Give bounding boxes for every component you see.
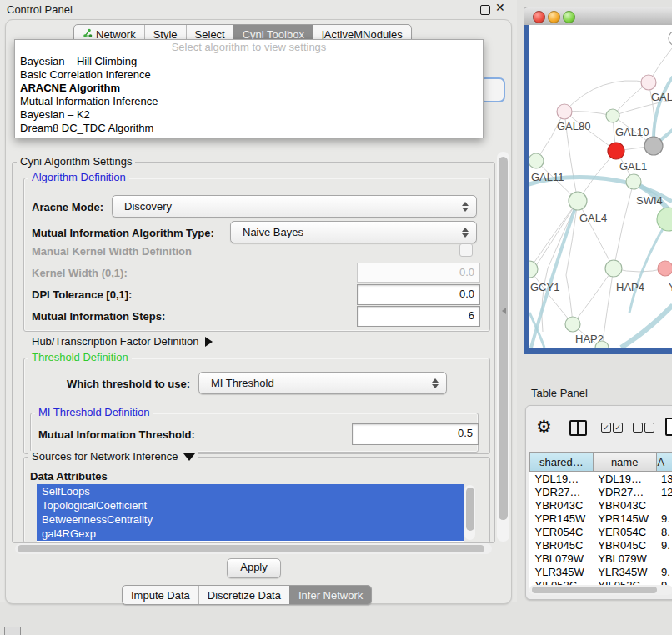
- network-edge[interactable]: [573, 268, 614, 324]
- dpi-tolerance-label: DPI Tolerance [0,1]:: [32, 288, 132, 301]
- mi-type-select[interactable]: Naive Bayes: [230, 221, 477, 243]
- table-row[interactable]: YBR045CYBR045C9.: [530, 538, 672, 552]
- network-canvas[interactable]: GALGAL80GAL10GAL1GAL11SWI4GAL4GCY1HAP4YH…: [529, 25, 672, 348]
- table-cell: YER054C: [530, 525, 594, 538]
- table-row[interactable]: YDR27…YDR27…12: [530, 485, 672, 498]
- unchecked-checkbox-icon[interactable]: [644, 422, 654, 432]
- network-node-gal11[interactable]: [529, 153, 544, 168]
- data-attribute-item[interactable]: SelfLoops: [37, 484, 464, 498]
- data-attribute-item[interactable]: BetweennessCentrality: [37, 512, 464, 527]
- table-row[interactable]: YER054CYER054C8.: [530, 525, 672, 538]
- algorithm-option[interactable]: Mutual Information Inference: [15, 95, 483, 108]
- document-icon[interactable]: [665, 418, 672, 436]
- table-cell: YER054C: [593, 525, 656, 538]
- mi-steps-field[interactable]: 6: [357, 306, 480, 327]
- network-edge[interactable]: [654, 77, 672, 146]
- network-node-gcy1[interactable]: [529, 261, 538, 278]
- table-row[interactable]: YBR043CYBR043C: [530, 498, 672, 512]
- algorithm-option[interactable]: Bayesian – Hill Climbing: [15, 55, 483, 68]
- table-cell: 9.: [656, 538, 672, 552]
- table-row[interactable]: YDL19…YDL19…13: [530, 472, 672, 486]
- checked-checkbox-icon[interactable]: ✓: [601, 422, 611, 432]
- window-frame: [524, 25, 529, 354]
- network-node-label: GAL4: [579, 212, 607, 224]
- settings-vscrollbar[interactable]: [497, 152, 509, 542]
- table-cell: 13: [656, 472, 672, 486]
- kernel-width-field[interactable]: 0.0: [357, 262, 480, 282]
- close-traffic-icon[interactable]: [533, 11, 545, 23]
- network-node-gal80[interactable]: [557, 104, 572, 119]
- aracne-mode-label: Aracne Mode:: [32, 201, 103, 213]
- table-row[interactable]: YPR145WYPR145W9.: [530, 512, 672, 525]
- stepper-icon: [459, 228, 471, 238]
- tab-discretize-data[interactable]: Discretize Data: [198, 586, 289, 604]
- table-column-header[interactable]: name: [593, 452, 656, 472]
- unchecked-checkbox-icon[interactable]: [633, 422, 643, 432]
- apply-button[interactable]: Apply: [227, 558, 281, 578]
- algorithm-option[interactable]: Bayesian – K2: [15, 108, 483, 122]
- attributes-scrollbar[interactable]: [464, 485, 475, 540]
- collapsed-panel-icon[interactable]: [4, 627, 21, 635]
- column-layout-icon[interactable]: [569, 420, 587, 436]
- table-cell: YDL19…: [530, 472, 594, 486]
- minimize-traffic-icon[interactable]: [548, 11, 560, 23]
- network-node-gal1[interactable]: [608, 142, 624, 159]
- network-edge[interactable]: [602, 268, 614, 348]
- dpi-tolerance-field[interactable]: 0.0: [357, 284, 480, 305]
- network-edge[interactable]: [566, 201, 578, 275]
- settings-hscrollbar[interactable]: [15, 543, 492, 554]
- network-node[interactable]: [657, 208, 672, 231]
- hub-definition-toggle[interactable]: Hub/Transcription Factor Definition: [32, 335, 213, 348]
- network-node-hap2[interactable]: [565, 317, 580, 332]
- network-edge[interactable]: [536, 112, 564, 161]
- data-attribute-item[interactable]: TopologicalCoefficient: [37, 498, 464, 512]
- network-edge[interactable]: [533, 201, 578, 271]
- algorithm-popup-prompt: Select algorithm to view settings: [15, 40, 483, 55]
- table-cell: YDL19…: [593, 472, 656, 486]
- table-column-header[interactable]: shared…: [530, 452, 594, 472]
- which-threshold-select[interactable]: MI Threshold: [198, 372, 447, 394]
- checked-checkbox-icon[interactable]: ✓: [613, 422, 623, 432]
- algorithm-option[interactable]: Dream8 DC_TDC Algorithm: [15, 122, 483, 135]
- network-node-label: Y: [669, 281, 672, 293]
- manual-kernel-checkbox[interactable]: [459, 243, 473, 257]
- network-node-gal10[interactable]: [606, 109, 619, 122]
- tab-impute-data[interactable]: Impute Data: [123, 586, 198, 604]
- data-attribute-item[interactable]: gal4RGexp: [37, 527, 464, 541]
- table-row[interactable]: YLR345WYLR345W9.: [530, 565, 672, 578]
- network-node-label: GAL80: [557, 120, 590, 132]
- network-node-label: GAL10: [615, 126, 649, 138]
- zoom-traffic-icon[interactable]: [563, 11, 575, 23]
- table-cell: YBR045C: [530, 538, 594, 552]
- threshold-definition-title: Threshold Definition: [28, 352, 132, 362]
- network-edge[interactable]: [614, 182, 634, 268]
- sources-toggle[interactable]: Sources for Network Inference: [28, 451, 198, 462]
- network-node-gal4[interactable]: [569, 192, 587, 210]
- network-edge[interactable]: [529, 201, 578, 269]
- mi-threshold-field[interactable]: 0.5: [352, 423, 479, 445]
- network-node-swi4[interactable]: [626, 174, 641, 189]
- network-window-titlebar[interactable]: [524, 7, 672, 27]
- splitter-collapse-icon[interactable]: [502, 308, 506, 314]
- close-icon[interactable]: ✕: [495, 1, 505, 14]
- network-window: GALGAL80GAL10GAL1GAL11SWI4GAL4GCY1HAP4YH…: [524, 7, 672, 354]
- network-node-hap4[interactable]: [605, 260, 622, 277]
- network-node[interactable]: [644, 137, 663, 155]
- data-attributes-list: SelfLoopsTopologicalCoefficientBetweenne…: [37, 484, 464, 542]
- float-icon[interactable]: [480, 5, 490, 15]
- table-cell: YBR045C: [593, 538, 656, 552]
- gear-icon[interactable]: ⚙: [536, 418, 552, 435]
- table-hscrollbar[interactable]: [529, 585, 672, 595]
- network-edge[interactable]: [564, 81, 649, 112]
- network-node-gal[interactable]: [641, 75, 656, 90]
- network-node[interactable]: [669, 31, 672, 46]
- algorithm-option[interactable]: ARACNE Algorithm: [15, 82, 483, 95]
- algorithm-option[interactable]: Basic Correlation Inference: [15, 68, 483, 82]
- table-cell: [656, 552, 672, 565]
- table-row[interactable]: YBL079WYBL079W: [530, 552, 672, 565]
- aracne-mode-select[interactable]: Discovery: [112, 195, 477, 218]
- table-column-header[interactable]: A: [656, 452, 672, 472]
- network-node-y[interactable]: [658, 261, 672, 276]
- control-panel: Control Panel ✕ NetworkStyleSelectCyni T…: [0, 0, 517, 602]
- tab-infer-network[interactable]: Infer Network: [289, 586, 371, 604]
